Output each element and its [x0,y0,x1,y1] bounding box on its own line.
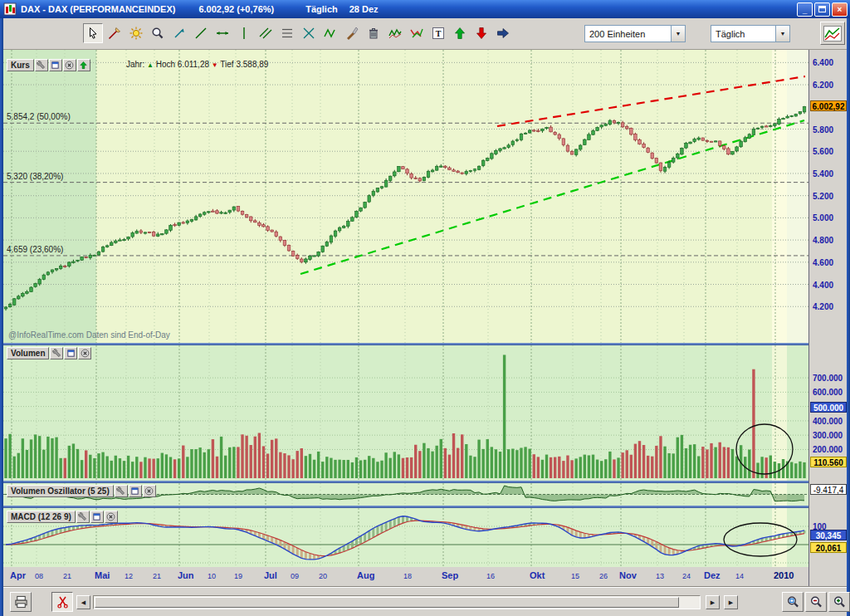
time-axis-label: 15 [571,572,579,580]
price-axis-label: 5.400 [813,169,846,178]
units-dropdown[interactable]: 200 Einheiten ▼ [584,25,686,42]
price-axis-label: 4.600 [813,258,846,267]
alarm-tool[interactable] [126,23,146,43]
vertical-line-tool[interactable] [234,23,254,43]
time-axis-label: 26 [599,572,608,580]
maximize-button[interactable] [814,2,830,17]
macd-panel-title: MACD (12 26 9) [7,511,76,523]
last-volume-badge: 110.560 [810,457,847,467]
minimize-button[interactable]: _ [797,2,813,17]
cross-lines-tool[interactable] [299,23,319,43]
price-axis-column[interactable]: 6.002,92 110.560 -9.417,4 100 30,345 20,… [808,50,847,587]
period-dropdown-value: Täglich [711,29,775,39]
bottom-toolbar: ◀ ▶ ▶ [3,587,847,616]
kurs-panel-header[interactable]: Kurs [7,59,90,71]
price-axis-label: 4.400 [813,281,846,290]
oszillator-maximize-icon[interactable] [129,485,142,497]
time-axis-label: 21 [63,572,71,580]
time-axis-label: Jul [264,570,277,580]
time-axis-label: Sep [442,570,458,580]
time-axis-label: 2010 [774,570,794,580]
time-axis-label: Nov [619,570,637,580]
cut-button[interactable] [51,592,73,612]
period-dropdown[interactable]: Täglich ▼ [711,25,790,42]
arrow-down-tool[interactable] [471,23,491,43]
title-period: Täglich [305,4,338,14]
price-axis-label: 5.200 [813,192,846,201]
trendline-pencil-tool[interactable] [105,23,125,43]
high-arrow-icon: ▲ [147,61,154,69]
kurs-chart-canvas[interactable] [3,50,808,343]
volumen-wrench-icon[interactable] [50,347,63,359]
price-axis-label: 5.600 [813,147,846,156]
parallel-channel-tool[interactable] [256,23,276,43]
price-axis-label: 5.800 [813,125,846,134]
macd-panel-header[interactable]: MACD (12 26 9) [7,511,118,523]
app-icon [3,2,17,16]
volumen-close-icon[interactable] [78,347,91,359]
page-forward-button[interactable]: ▶ [724,595,738,609]
title-bar[interactable]: DAX - DAX (PERFORMANCEINDEX) 6.002,92 (+… [0,0,850,18]
kurs-maximize-icon[interactable] [49,59,62,71]
volumen-chart-canvas[interactable] [3,345,808,481]
maximize-icon [818,6,826,12]
macd-maximize-icon[interactable] [90,511,104,523]
zoom-mode-button[interactable] [782,592,804,612]
volumen-maximize-icon[interactable] [64,347,77,359]
fibonacci-tool[interactable] [277,23,297,43]
time-axis: Apr0821Mai1221Jun1019Jul0920Aug18Sep16Ok… [3,567,808,587]
zoom-out-button[interactable] [805,592,827,612]
time-axis-label: 24 [682,572,691,580]
print-button[interactable] [10,592,32,612]
volumen-panel-header[interactable]: Volumen [7,347,91,359]
time-axis-label: Okt [530,570,545,580]
time-axis-label: Mai [95,570,110,580]
oszillator-close-icon[interactable] [143,485,156,497]
text-tool[interactable]: T [428,23,448,43]
macd-close-icon[interactable] [105,511,118,523]
chevron-down-icon[interactable]: ▼ [671,26,685,42]
time-axis-label: 21 [153,572,161,580]
knife-tool[interactable] [342,23,362,43]
scroll-right-button[interactable]: ▶ [706,595,720,609]
arrow-line-tool[interactable] [169,23,189,43]
extended-line-tool[interactable] [212,23,232,43]
year-low-value: Tief 3.588,89 [220,60,268,69]
indicator-tool[interactable] [385,23,405,43]
time-axis-label: 16 [486,572,495,580]
pointer-tool[interactable] [83,23,103,43]
oszillator-panel-header[interactable]: Volumen Oszillator (5 25) [7,485,156,497]
close-button[interactable]: × [832,2,848,17]
chevron-down-icon[interactable]: ▼ [775,26,789,42]
time-axis-label: 20 [319,572,327,580]
price-axis-label: 6.400 [813,58,846,67]
zigzag-tool[interactable] [320,23,340,43]
arrow-right-tool[interactable] [493,23,513,43]
oszillator-wrench-icon[interactable] [115,485,128,497]
macd-chart-canvas[interactable] [3,508,808,567]
kurs-wrench-icon[interactable] [35,59,48,71]
oszillator-panel-title: Volumen Oszillator (5 25) [7,485,114,497]
chart-style-button[interactable] [820,22,845,45]
volume-axis-label: 400.000 [813,417,846,426]
volume-axis-label: 300.000 [813,431,846,440]
chart-scrollbar-thumb[interactable] [95,597,679,608]
scroll-left-button[interactable]: ◀ [76,595,90,609]
macd-wrench-icon[interactable] [76,511,90,523]
application-window: DAX - DAX (PERFORMANCEINDEX) 6.002,92 (+… [0,0,850,616]
zoom-tool[interactable] [148,23,168,43]
pattern-tool[interactable] [407,23,427,43]
kurs-close-icon[interactable] [63,59,76,71]
zoom-in-button[interactable] [828,592,850,612]
svg-text:T: T [436,29,442,38]
fib-level-label: 4.659 (23,60%) [7,245,63,254]
volume-axis-label: 700.000 [813,374,846,383]
time-axis-label: 08 [35,572,43,580]
kurs-arrow-up-icon[interactable] [77,59,90,71]
time-axis-label: Apr [10,570,26,580]
chart-scrollbar-track[interactable] [93,595,701,609]
arrow-up-tool[interactable] [450,23,470,43]
line-tool[interactable] [191,23,211,43]
window-frame-right [847,18,850,616]
delete-tool[interactable] [364,23,383,43]
